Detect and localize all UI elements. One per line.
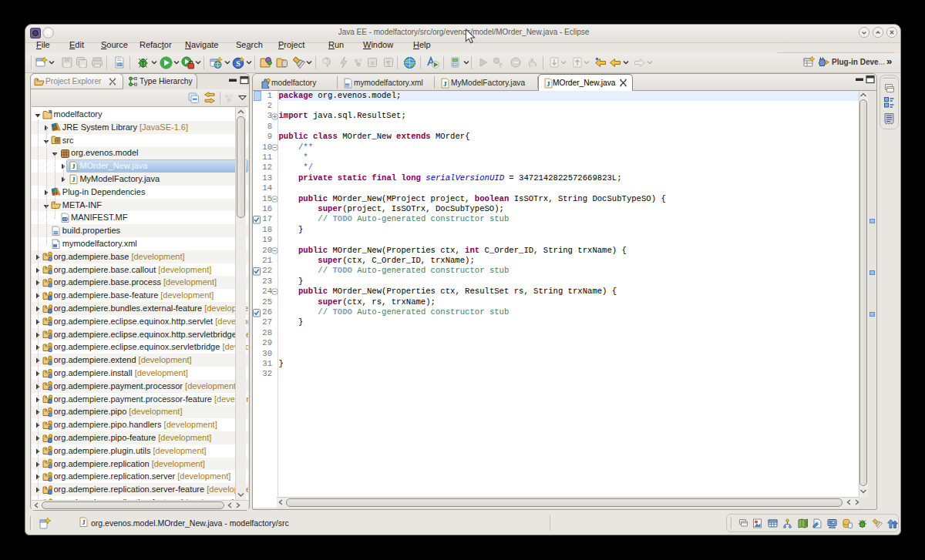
svg-text:J: J [72,176,76,183]
svg-text:010: 010 [53,230,59,234]
svg-text:010: 010 [116,62,123,66]
svg-text:S: S [236,59,240,68]
svg-text:J: J [82,518,86,526]
svg-text:J: J [443,80,447,88]
svg-text:xml: xml [345,84,350,87]
svg-text:¶: ¶ [387,59,391,67]
svg-text:J: J [72,163,76,170]
svg-text:a: a [371,59,375,66]
svg-text:J: J [547,80,550,88]
